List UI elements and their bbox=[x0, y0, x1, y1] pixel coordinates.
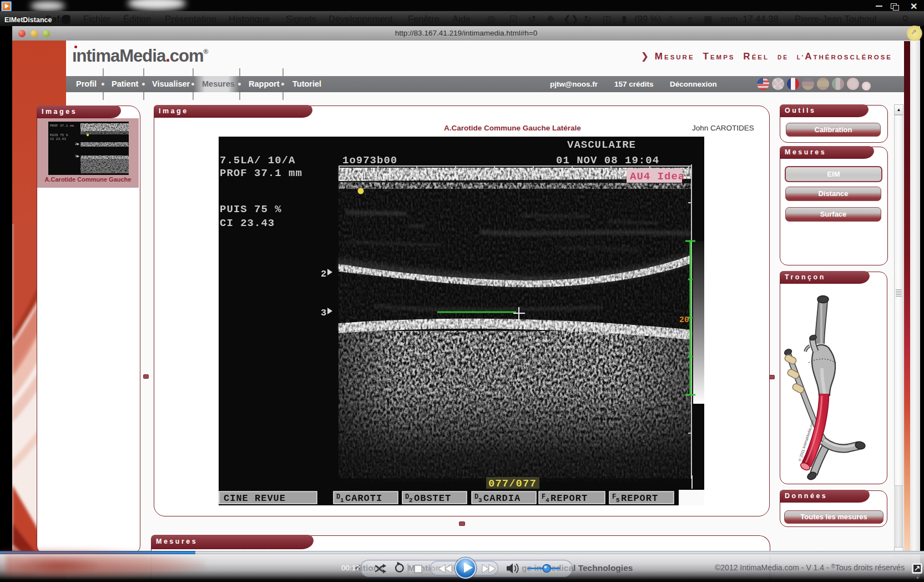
svg-text:2: 2 bbox=[409, 497, 413, 504]
svg-text:3: 3 bbox=[321, 308, 326, 318]
svg-text:01 NOV 08 19:04: 01 NOV 08 19:04 bbox=[556, 154, 659, 167]
svg-text:20: 20 bbox=[679, 315, 689, 325]
svg-text:3: 3 bbox=[478, 497, 483, 504]
svg-text:AU4 Idea: AU4 Idea bbox=[630, 170, 685, 183]
svg-text:CAROTI: CAROTI bbox=[345, 493, 382, 504]
svg-text:1: 1 bbox=[340, 497, 345, 504]
svg-text:PUIS 75 %: PUIS 75 % bbox=[220, 203, 282, 215]
svg-text:2▶: 2▶ bbox=[75, 142, 80, 146]
svg-text:PUIS 75 %: PUIS 75 % bbox=[50, 133, 68, 137]
svg-text:PROF 37.1 mm: PROF 37.1 mm bbox=[50, 124, 74, 128]
svg-text:077/077: 077/077 bbox=[488, 478, 537, 490]
svg-text:CARDIA: CARDIA bbox=[483, 493, 521, 504]
svg-text:4: 4 bbox=[546, 497, 550, 504]
svg-text:2: 2 bbox=[321, 269, 326, 279]
svg-text:REPORT: REPORT bbox=[621, 493, 658, 504]
svg-text:7.5LA/ 10/A: 7.5LA/ 10/A bbox=[220, 154, 295, 167]
svg-text:CINE REVUE: CINE REVUE bbox=[224, 493, 286, 504]
svg-text:OBSTET: OBSTET bbox=[414, 493, 451, 504]
svg-text:5: 5 bbox=[616, 497, 620, 504]
svg-text:VASCULAIRE: VASCULAIRE bbox=[567, 139, 636, 151]
svg-text:CI 23.43: CI 23.43 bbox=[220, 217, 275, 229]
svg-text:PROF 37.1 mm: PROF 37.1 mm bbox=[220, 167, 302, 179]
svg-text:REPORT: REPORT bbox=[551, 493, 588, 504]
svg-text:1o973b00: 1o973b00 bbox=[342, 154, 397, 167]
svg-text:CI 23.43: CI 23.43 bbox=[50, 137, 66, 141]
svg-text:3▶: 3▶ bbox=[75, 154, 80, 158]
